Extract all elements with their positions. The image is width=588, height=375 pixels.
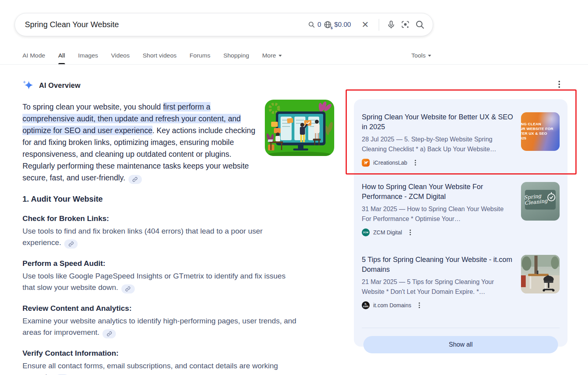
ai-sparkle-icon bbox=[22, 80, 34, 91]
itcom-domains-favicon: it. com bbox=[362, 301, 370, 309]
item-body-content-analytics: Examine your website analytics to identi… bbox=[22, 315, 298, 338]
search-bar[interactable]: Spring Clean Your Website 0 $ $0.00 ✕ bbox=[15, 13, 433, 36]
section-title: 1. Audit Your Website bbox=[22, 195, 334, 204]
intro-text: To spring clean your website, you should bbox=[22, 102, 163, 111]
item-heading-speed-audit: Perform a Speed Audit: bbox=[22, 259, 334, 268]
source-name: ZCM Digital bbox=[373, 229, 402, 236]
source-link-chip[interactable] bbox=[102, 329, 116, 338]
tab-ai-mode[interactable]: AI Mode bbox=[22, 47, 45, 64]
tab-short-videos[interactable]: Short videos bbox=[143, 47, 177, 64]
search-submit-icon[interactable] bbox=[415, 20, 425, 30]
item-heading-broken-links: Check for Broken Links: bbox=[22, 214, 334, 223]
item-body-contact-info: Ensure all contact forms, email subscrip… bbox=[22, 360, 298, 375]
clear-search-icon[interactable]: ✕ bbox=[359, 20, 371, 30]
voice-search-mic-icon[interactable] bbox=[387, 20, 396, 29]
show-all-button[interactable]: Show all bbox=[363, 336, 558, 353]
source-options-icon[interactable] bbox=[414, 159, 418, 167]
source-name: it.com Domains bbox=[373, 302, 411, 308]
chevron-down-icon bbox=[279, 55, 282, 57]
source-card-itcom-domains[interactable]: 5 Tips for Spring Cleaning Your Website … bbox=[362, 238, 560, 310]
header-divider bbox=[0, 64, 588, 65]
kwe-search-volume-icon bbox=[308, 21, 315, 28]
tab-all[interactable]: All bbox=[58, 47, 65, 64]
item-body-broken-links: Use tools to find and fix broken links (… bbox=[22, 225, 298, 249]
tab-forums[interactable]: Forums bbox=[190, 47, 210, 64]
source-card-icreationslab[interactable]: Spring Clean Your Website for Better UX … bbox=[362, 99, 560, 168]
tab-shopping[interactable]: Shopping bbox=[223, 47, 249, 64]
source-options-icon[interactable] bbox=[408, 228, 412, 237]
google-lens-icon[interactable] bbox=[401, 20, 410, 29]
item-heading-content-analytics: Review Content and Analytics: bbox=[22, 304, 334, 313]
source-options-icon[interactable] bbox=[418, 301, 422, 310]
source-card-title[interactable]: 5 Tips for Spring Cleaning Your Website … bbox=[362, 255, 515, 275]
kwe-cpc-globe-icon: $ bbox=[324, 20, 332, 29]
search-tabs: AI Mode All Images Videos Short videos F… bbox=[22, 47, 588, 64]
kwe-cpc-value: $0.00 bbox=[334, 21, 351, 29]
source-name: iCreationsLab bbox=[373, 160, 407, 166]
ai-overview-intro: To spring clean your website, you should… bbox=[22, 101, 259, 184]
zcm-digital-favicon: ZCM bbox=[362, 228, 370, 236]
item-heading-contact-info: Verify Contact Information: bbox=[22, 349, 334, 358]
keywords-everywhere-widget[interactable]: 0 $ $0.00 bbox=[308, 20, 351, 29]
panel-divider bbox=[362, 328, 560, 328]
ai-overview-header: AI Overview bbox=[22, 80, 80, 91]
source-card-title[interactable]: Spring Clean Your Website for Better UX … bbox=[362, 112, 515, 132]
source-link-chip[interactable] bbox=[128, 175, 142, 184]
source-card-thumbnail[interactable]: ING CLEAN UR WEBSITE FOR TER UX & SEO 02… bbox=[521, 112, 560, 151]
tab-more[interactable]: More bbox=[262, 47, 281, 64]
source-card-zcm-digital[interactable]: How to Spring Clean Your Website For Per… bbox=[362, 168, 560, 238]
tools-button[interactable]: Tools bbox=[411, 52, 431, 59]
source-link-chip[interactable] bbox=[64, 239, 78, 249]
search-input[interactable]: Spring Clean Your Website bbox=[25, 20, 119, 29]
ai-overview-illustration-image[interactable] bbox=[265, 100, 334, 156]
source-card-title[interactable]: How to Spring Clean Your Website For Per… bbox=[362, 182, 515, 202]
source-card-thumbnail[interactable] bbox=[521, 255, 560, 293]
kwe-search-volume: 0 bbox=[318, 21, 321, 29]
tab-videos[interactable]: Videos bbox=[111, 47, 130, 64]
ai-overview-menu-icon[interactable] bbox=[557, 79, 562, 89]
tab-images[interactable]: Images bbox=[78, 47, 98, 64]
google-search-results-page: Spring Clean Your Website 0 $ $0.00 ✕ bbox=[0, 0, 588, 375]
search-bar-divider bbox=[379, 19, 379, 31]
source-link-chip[interactable] bbox=[121, 284, 135, 293]
source-card-snippet: 28 Jul 2025 — 5. Step-by-Step Website Sp… bbox=[362, 134, 515, 154]
source-card-thumbnail[interactable]: Spring Cleaning bbox=[521, 182, 560, 221]
chevron-down-icon bbox=[428, 55, 431, 57]
item-body-speed-audit: Use tools like Google PageSpeed Insights… bbox=[22, 270, 298, 293]
source-card-snippet: 31 Mar 2025 — How to Spring Clean Your W… bbox=[362, 204, 515, 224]
source-card-snippet: 21 Mar 2025 — 5 Tips for Spring Cleaning… bbox=[362, 277, 515, 297]
icreationslab-favicon bbox=[362, 159, 370, 167]
ai-overview-sources-panel: Spring Clean Your Website for Better UX … bbox=[354, 99, 568, 347]
ai-overview-title: AI Overview bbox=[39, 82, 80, 90]
